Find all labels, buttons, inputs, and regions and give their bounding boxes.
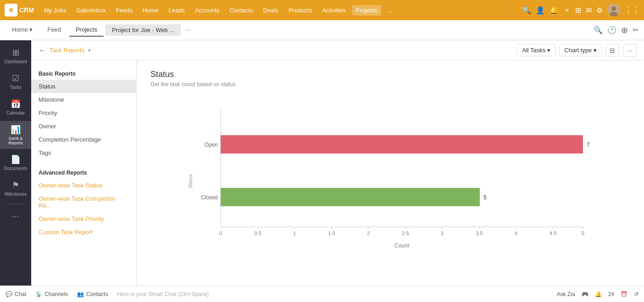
status-bar: 💬 Chat 📡 Channels 👥 Contacts Here is you…: [0, 286, 644, 302]
nav-contacts[interactable]: Contacts: [226, 5, 256, 16]
dashboard-label: Dashboard: [5, 59, 27, 64]
tasks-icon: ☑: [12, 73, 19, 83]
user-icon[interactable]: 👤: [536, 6, 545, 15]
sidebar-gantt[interactable]: 📊 Gantt & Reports: [0, 121, 31, 149]
project-tab[interactable]: Project for Joe - Web ...: [105, 24, 181, 36]
nav-leads[interactable]: Leads: [165, 5, 188, 16]
report-completion[interactable]: Completion Percentage: [31, 133, 136, 146]
task-reports-link[interactable]: Task Reports: [50, 47, 84, 54]
apps-icon[interactable]: ⋮⋮: [625, 6, 639, 15]
sidebar-milestones[interactable]: ⚑ Milestones: [0, 176, 31, 200]
search-icon-2[interactable]: 🔍: [594, 26, 603, 34]
svg-text:5: 5: [582, 231, 584, 236]
svg-text:1: 1: [293, 231, 296, 236]
nav-home[interactable]: Home: [139, 5, 162, 16]
logo-text: CRM: [19, 6, 34, 14]
search-icon[interactable]: 🔍: [522, 6, 531, 15]
mail-icon[interactable]: ✉: [586, 6, 592, 15]
gamepad-icon[interactable]: 🎮: [582, 291, 588, 297]
svg-text:4: 4: [515, 231, 517, 236]
nav-more[interactable]: ...: [384, 5, 396, 16]
report-custom[interactable]: Custom Task Report: [31, 225, 136, 239]
alarm-icon[interactable]: ⏰: [621, 291, 627, 297]
svg-text:3: 3: [441, 231, 444, 236]
clock-icon[interactable]: 🕐: [607, 26, 616, 34]
report-milestone[interactable]: Milestone: [31, 93, 136, 106]
dashboard-icon: ⊞: [12, 48, 19, 58]
icon-sidebar: ⊞ Dashboard ☑ Tasks 📅 Calendar 📊 Gantt &…: [0, 40, 31, 286]
bell-icon[interactable]: 🔔: [550, 6, 559, 15]
settings-icon[interactable]: ⚙: [596, 6, 603, 15]
nav-activities[interactable]: Activities: [318, 5, 349, 16]
milestones-icon: ⚑: [12, 180, 19, 190]
channels-item[interactable]: 📡 Channels: [35, 291, 68, 297]
more-tabs[interactable]: ···: [183, 26, 194, 34]
report-priority[interactable]: Priority: [31, 106, 136, 120]
documents-label: Documents: [4, 166, 28, 171]
sidebar-calendar[interactable]: 📅 Calendar: [0, 95, 31, 119]
dropdown-arrow-tasks: ▾: [547, 47, 550, 54]
closed-label: Closed: [201, 194, 218, 201]
grid-icon[interactable]: ⊞: [575, 6, 581, 15]
chart-area: Status Get the task count based on statu…: [137, 60, 644, 286]
all-tasks-dropdown[interactable]: All Tasks ▾: [517, 44, 555, 56]
filter-icon-btn[interactable]: ⊟: [605, 44, 619, 57]
documents-icon: 📄: [11, 154, 21, 165]
tasks-label: Tasks: [10, 85, 22, 90]
add-icon[interactable]: ⊕: [621, 25, 628, 35]
nav-my-jobs[interactable]: My Jobs: [40, 5, 70, 16]
chart-subtitle: Get the task count based on status: [150, 81, 630, 88]
report-status[interactable]: Status: [31, 80, 136, 93]
nav-projects[interactable]: Projects: [352, 5, 381, 16]
tab-home[interactable]: Home ▾: [6, 23, 39, 37]
plus-icon[interactable]: ＋: [563, 5, 571, 15]
sidebar-tasks[interactable]: ☑ Tasks: [0, 70, 31, 93]
svg-text:2.5: 2.5: [402, 231, 409, 236]
avatar[interactable]: [607, 4, 620, 16]
tab-projects[interactable]: Projects: [69, 23, 104, 37]
nav-feeds[interactable]: Feeds: [112, 5, 136, 16]
chat-item[interactable]: 💬 Chat: [6, 291, 26, 297]
smart-chat-hint: Here is your Smart Chat (Ctrl+Space): [117, 291, 209, 297]
basic-reports-title: Basic Reports: [31, 68, 136, 80]
nav-accounts[interactable]: Accounts: [191, 5, 223, 16]
report-owner-status[interactable]: Owner-wise Task Status: [31, 179, 136, 192]
report-owner[interactable]: Owner: [31, 120, 136, 133]
sidebar-more[interactable]: ···: [0, 208, 31, 225]
report-header: ← Task Reports ▾ All Tasks ▾ Chart type …: [31, 40, 644, 60]
closed-bar-value: 5: [483, 194, 487, 201]
report-tags[interactable]: Tags: [31, 146, 136, 159]
top-nav: ⊕ CRM My Jobs SalesInbox Feeds Home Lead…: [0, 0, 644, 20]
nav-products[interactable]: Products: [285, 5, 316, 16]
sidebar-dashboard[interactable]: ⊞ Dashboard: [0, 44, 31, 68]
more-options-btn[interactable]: ···: [623, 44, 637, 57]
all-tasks-label: All Tasks: [522, 47, 545, 54]
calendar-icon: 📅: [11, 99, 21, 109]
nav-deals[interactable]: Deals: [260, 5, 282, 16]
contacts-item[interactable]: 👥 Contacts: [77, 291, 108, 297]
logo-icon: ⊕: [5, 4, 17, 16]
chart-type-dropdown[interactable]: Chart type ▾: [559, 44, 602, 56]
nav-salesinbox[interactable]: SalesInbox: [72, 5, 109, 16]
contacts-icon: 👥: [77, 291, 84, 297]
chart-title: Status: [150, 70, 630, 79]
advanced-reports-title: Advanced Reports: [31, 167, 136, 179]
content-area: ← Task Reports ▾ All Tasks ▾ Chart type …: [31, 40, 644, 286]
calendar-label: Calendar: [6, 110, 25, 115]
open-bar: [221, 135, 583, 154]
report-header-right: All Tasks ▾ Chart type ▾ ⊟ ···: [517, 44, 637, 57]
notification-icon[interactable]: 🔔: [595, 291, 602, 297]
svg-text:2: 2: [367, 231, 370, 236]
bar-chart: Status: [150, 99, 630, 254]
report-owner-priority[interactable]: Owner-wise Task Priority: [31, 212, 136, 225]
svg-point-1: [611, 6, 616, 11]
chart-type-label: Chart type: [564, 47, 592, 54]
back-arrow[interactable]: ←: [39, 46, 46, 55]
ask-zia-btn[interactable]: Ask Zia: [557, 291, 575, 297]
sidebar-documents[interactable]: 📄 Documents: [0, 151, 31, 175]
refresh-icon[interactable]: ↺: [634, 291, 638, 297]
reports-dropdown-arrow[interactable]: ▾: [88, 47, 91, 54]
tools-icon[interactable]: ✂: [633, 26, 638, 34]
tab-feed[interactable]: Feed: [41, 23, 67, 37]
report-owner-completion[interactable]: Owner-wise Task Completion Re...: [31, 192, 136, 212]
